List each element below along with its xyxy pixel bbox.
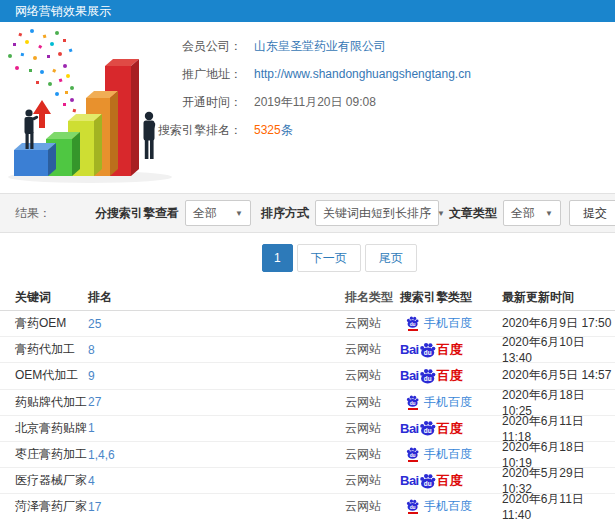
pagination: 1 下一页 尾页 xyxy=(0,233,615,272)
table-row: 药贴牌代加工27云网站du手机百度2020年6月18日 10:25 xyxy=(0,390,615,416)
rank-type-cell: 云网站 xyxy=(345,315,400,332)
info-row-opened: 开通时间： 2019年11月20日 09:08 xyxy=(130,88,615,116)
table-body: 膏药OEM25云网站du手机百度2020年6月9日 17:50膏药代加工8云网站… xyxy=(0,311,615,520)
rank-link[interactable]: 9 xyxy=(88,369,95,383)
svg-text:du: du xyxy=(423,348,431,355)
svg-text:du: du xyxy=(410,505,416,510)
promo-url-link[interactable]: http://www.shandonghuangshengtang.cn xyxy=(254,67,471,81)
info-row-rank-count: 搜索引擎排名： 5325 条 xyxy=(130,116,615,144)
bar-blue xyxy=(14,143,56,176)
filter-bar: 结果： 分搜索引擎查看 全部 ▼ 排序方式 关键词由短到长排序 ▼ 文章类型 全… xyxy=(0,193,615,233)
updated-time-cell: 2020年6月9日 17:50 xyxy=(502,315,615,332)
submit-button[interactable]: 提交 xyxy=(569,200,615,226)
rank-link[interactable]: 8 xyxy=(88,343,95,357)
sort-filter-value: 关键词由短到长排序 xyxy=(323,205,431,222)
rank-link[interactable]: 25 xyxy=(88,317,101,331)
updated-time-cell: 2020年6月11日 11:40 xyxy=(502,491,615,520)
table-row: 膏药代加工8云网站Baidu百度2020年6月10日 13:40 xyxy=(0,337,615,363)
rank-link[interactable]: 1 xyxy=(88,421,95,435)
engine-filter-label: 分搜索引擎查看 xyxy=(95,205,179,222)
mobile-baidu-label: 手机百度 xyxy=(424,446,472,463)
rank-count-label: 搜索引擎排名： xyxy=(130,122,242,139)
baidu-logo: Baidu百度 xyxy=(400,473,463,489)
baidu-logo: Baidu百度 xyxy=(400,420,463,436)
rank-type-cell: 云网站 xyxy=(345,394,400,411)
mobile-baidu-logo: du手机百度 xyxy=(400,498,472,515)
keyword-cell: 医疗器械厂家 xyxy=(0,472,88,489)
mobile-baidu-label: 手机百度 xyxy=(424,394,472,411)
filter-controls: 分搜索引擎查看 全部 ▼ 排序方式 关键词由短到长排序 ▼ 文章类型 全部 ▼ … xyxy=(85,200,615,226)
engine-filter-select[interactable]: 全部 ▼ xyxy=(185,200,251,226)
svg-text:du: du xyxy=(423,375,431,382)
svg-text:du: du xyxy=(410,453,416,458)
svg-text:du: du xyxy=(410,322,416,327)
last-page-button[interactable]: 尾页 xyxy=(365,244,417,272)
mobile-baidu-logo: du手机百度 xyxy=(400,394,472,411)
keyword-cell: 膏药OEM xyxy=(0,315,88,332)
rank-type-cell: 云网站 xyxy=(345,446,400,463)
rank-cell: 25 xyxy=(88,317,345,331)
baidu-paw-icon: du xyxy=(406,499,419,511)
svg-text:du: du xyxy=(410,400,416,405)
baidu-paw-icon: du xyxy=(406,447,419,459)
company-link[interactable]: 山东皇圣堂药业有限公司 xyxy=(254,38,386,55)
keyword-cell: OEM代加工 xyxy=(0,367,88,384)
open-time-label: 开通时间： xyxy=(130,94,242,111)
rank-cell: 4 xyxy=(88,474,345,488)
header-section: 会员公司： 山东皇圣堂药业有限公司 推广地址： http://www.shand… xyxy=(0,22,615,193)
mobile-baidu-paw-icon: du xyxy=(406,447,419,462)
engine-type-cell: Baidu百度 xyxy=(400,473,502,489)
result-label: 结果： xyxy=(15,205,51,222)
table-row: 膏药OEM25云网站du手机百度2020年6月9日 17:50 xyxy=(0,311,615,337)
engine-type-cell: du手机百度 xyxy=(400,498,502,515)
article-type-label: 文章类型 xyxy=(449,205,497,222)
engine-type-cell: du手机百度 xyxy=(400,315,502,332)
engine-type-cell: du手机百度 xyxy=(400,394,502,411)
baidu-logo: Baidu百度 xyxy=(400,368,463,384)
updated-time-cell: 2020年6月5日 14:57 xyxy=(502,367,615,384)
mobile-baidu-logo: du手机百度 xyxy=(400,446,472,463)
mobile-baidu-paw-icon: du xyxy=(406,316,419,331)
confetti-dots xyxy=(8,29,76,112)
keyword-cell: 药贴牌代加工 xyxy=(0,394,88,411)
rank-cell: 17 xyxy=(88,500,345,514)
chevron-down-icon: ▼ xyxy=(437,209,445,218)
col-header-rank-type: 排名类型 xyxy=(345,289,400,306)
rank-link[interactable]: 4 xyxy=(88,474,95,488)
rank-count-unit: 条 xyxy=(281,122,293,139)
rank-link[interactable]: 27 xyxy=(88,395,101,409)
red-underline xyxy=(408,512,418,514)
col-header-keyword: 关键词 xyxy=(0,289,88,306)
keyword-cell: 北京膏药贴牌 xyxy=(0,420,88,437)
rank-count-number: 5325 xyxy=(254,123,281,137)
info-row-company: 会员公司： 山东皇圣堂药业有限公司 xyxy=(130,32,615,60)
engine-type-cell: Baidu百度 xyxy=(400,420,502,436)
baidu-paw-icon: du xyxy=(419,342,436,358)
info-row-url: 推广地址： http://www.shandonghuangshengtang.… xyxy=(130,60,615,88)
keyword-cell: 枣庄膏药加工 xyxy=(0,446,88,463)
rank-link[interactable]: 1,4,6 xyxy=(88,448,115,462)
sort-filter-select[interactable]: 关键词由短到长排序 ▼ xyxy=(315,200,439,226)
table-row: 菏泽膏药厂家17云网站du手机百度2020年6月11日 11:40 xyxy=(0,494,615,520)
rank-type-cell: 云网站 xyxy=(345,341,400,358)
page-button-current[interactable]: 1 xyxy=(262,244,293,272)
rank-type-cell: 云网站 xyxy=(345,367,400,384)
svg-text:du: du xyxy=(423,479,431,486)
results-table: 关键词 排名 排名类型 搜索引擎类型 最新更新时间 膏药OEM25云网站du手机… xyxy=(0,284,615,520)
baidu-paw-icon: du xyxy=(406,316,419,328)
baidu-logo-cn-text: 百度 xyxy=(437,343,463,356)
table-row: 北京膏药贴牌1云网站Baidu百度2020年6月11日 11:18 xyxy=(0,416,615,442)
baidu-logo-bai-text: Bai xyxy=(400,474,419,487)
table-row: 医疗器械厂家4云网站Baidu百度2020年5月29日 10:32 xyxy=(0,468,615,494)
col-header-updated: 最新更新时间 xyxy=(502,289,615,306)
mobile-baidu-paw-icon: du xyxy=(406,499,419,514)
company-label: 会员公司： xyxy=(130,38,242,55)
next-page-button[interactable]: 下一页 xyxy=(297,244,361,272)
red-underline xyxy=(408,329,418,331)
rank-cell: 1,4,6 xyxy=(88,448,345,462)
article-type-select[interactable]: 全部 ▼ xyxy=(503,200,561,226)
rank-link[interactable]: 17 xyxy=(88,500,101,514)
page: 网络营销效果展示 xyxy=(0,0,615,520)
engine-filter-value: 全部 xyxy=(193,205,217,222)
open-time-value: 2019年11月20日 09:08 xyxy=(254,94,376,111)
